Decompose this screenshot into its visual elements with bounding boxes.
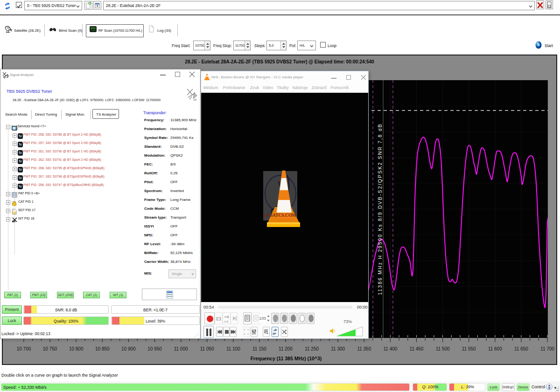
svg-text:dB: dB: [193, 98, 196, 101]
svg-text:A B: A B: [224, 320, 228, 323]
